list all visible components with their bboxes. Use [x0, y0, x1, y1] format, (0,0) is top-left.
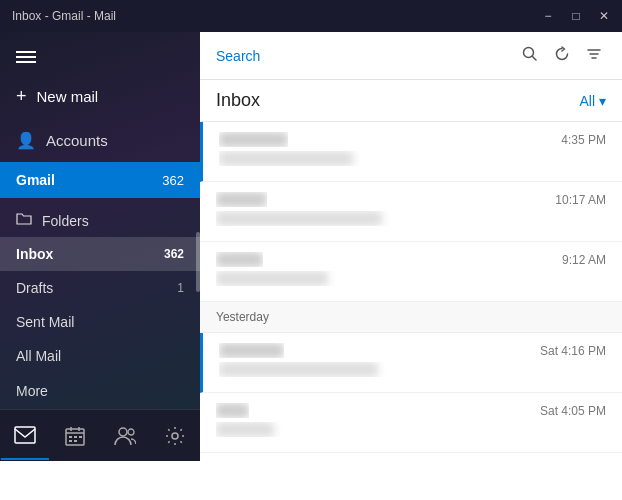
email-time: 10:17 AM [555, 193, 606, 207]
app-container: + New mail 👤 Accounts Gmail 362 Folders [0, 32, 622, 500]
folder-icon [16, 212, 32, 229]
email-time: Sat 4:05 PM [540, 404, 606, 418]
email-row1: 4:35 PM [219, 132, 606, 147]
email-sender [219, 343, 284, 358]
email-sender [216, 192, 267, 207]
svg-point-7 [119, 428, 127, 436]
accounts-button[interactable]: 👤 Accounts [0, 119, 200, 162]
email-time: 4:35 PM [561, 133, 606, 147]
main-content: Search Inbox [200, 32, 622, 500]
gmail-badge: 362 [162, 173, 184, 188]
email-subject [219, 362, 559, 377]
maximize-button[interactable]: □ [566, 6, 586, 26]
email-row1: Sat 4:05 PM [216, 403, 606, 418]
sent-mail-folder-item[interactable]: Sent Mail [0, 305, 200, 339]
window-controls: − □ ✕ [538, 6, 614, 26]
filter-icon[interactable] [582, 42, 606, 70]
sidebar: + New mail 👤 Accounts Gmail 362 Folders [0, 32, 200, 409]
search-icon[interactable] [518, 42, 542, 70]
email-row1: Sat 4:16 PM [219, 343, 606, 358]
bottom-nav [0, 409, 200, 461]
email-row1: 10:17 AM [216, 192, 606, 207]
email-item[interactable]: 10:17 AM [200, 182, 622, 242]
new-mail-label: New mail [37, 88, 99, 105]
email-sender [216, 403, 249, 418]
person-icon: 👤 [16, 131, 36, 150]
svg-rect-5 [69, 440, 72, 442]
window-chrome: Inbox - Gmail - Mail − □ ✕ [0, 0, 622, 32]
email-item[interactable]: Sat 4:05 PM [200, 393, 622, 453]
search-bar: Search [200, 32, 622, 80]
email-subject [216, 422, 556, 437]
email-time: 9:12 AM [562, 253, 606, 267]
drafts-badge: 1 [177, 281, 184, 295]
filter-label: All [579, 93, 595, 109]
email-sender [219, 132, 288, 147]
email-subject [216, 271, 556, 286]
email-sender [216, 252, 263, 267]
more-label: More [16, 383, 48, 399]
svg-rect-0 [15, 427, 35, 443]
gmail-account-item[interactable]: Gmail 362 [0, 162, 200, 198]
window-title: Inbox - Gmail - Mail [12, 9, 116, 23]
menu-icon[interactable] [0, 32, 200, 74]
svg-point-9 [172, 433, 178, 439]
drafts-folder-item[interactable]: Drafts 1 [0, 271, 200, 305]
drafts-label: Drafts [16, 280, 53, 296]
email-subject [219, 151, 559, 166]
sent-label: Sent Mail [16, 314, 74, 330]
inbox-filter-button[interactable]: All ▾ [579, 93, 606, 109]
email-item[interactable]: Sat 4:16 PM [200, 333, 622, 393]
email-item[interactable]: 9:12 AM [200, 242, 622, 302]
hamburger-line-3 [16, 61, 36, 63]
svg-rect-2 [69, 436, 72, 438]
svg-point-8 [128, 429, 134, 435]
gmail-label: Gmail [16, 172, 55, 188]
email-item[interactable]: 4:35 PM [200, 122, 622, 182]
nav-mail-button[interactable] [1, 412, 49, 460]
plus-icon: + [16, 86, 27, 107]
search-placeholder: Search [216, 48, 510, 64]
nav-calendar-button[interactable] [51, 412, 99, 460]
inbox-badge: 362 [164, 247, 184, 261]
filter-chevron-icon: ▾ [599, 93, 606, 109]
email-time: Sat 4:16 PM [540, 344, 606, 358]
email-list: 4:35 PM 10:17 AM [200, 122, 622, 500]
more-button[interactable]: More [0, 373, 200, 409]
all-mail-label: All Mail [16, 348, 61, 364]
nav-people-button[interactable] [101, 412, 149, 460]
hamburger-line-1 [16, 51, 36, 53]
hamburger-line-2 [16, 56, 36, 58]
inbox-header: Inbox All ▾ [200, 80, 622, 122]
svg-rect-6 [74, 440, 77, 442]
all-mail-folder-item[interactable]: All Mail [0, 339, 200, 373]
folders-section: Folders [0, 198, 200, 237]
sync-icon[interactable] [550, 42, 574, 70]
inbox-folder-item[interactable]: Inbox 362 [0, 237, 200, 271]
close-button[interactable]: ✕ [594, 6, 614, 26]
nav-settings-button[interactable] [151, 412, 199, 460]
minimize-button[interactable]: − [538, 6, 558, 26]
inbox-title: Inbox [216, 90, 260, 111]
email-subject [216, 211, 556, 226]
folders-label: Folders [42, 213, 89, 229]
accounts-label: Accounts [46, 132, 108, 149]
new-mail-button[interactable]: + New mail [0, 74, 200, 119]
yesterday-section-label: Yesterday [200, 302, 622, 333]
email-row1: 9:12 AM [216, 252, 606, 267]
inbox-label: Inbox [16, 246, 53, 262]
svg-rect-4 [79, 436, 82, 438]
svg-rect-3 [74, 436, 77, 438]
